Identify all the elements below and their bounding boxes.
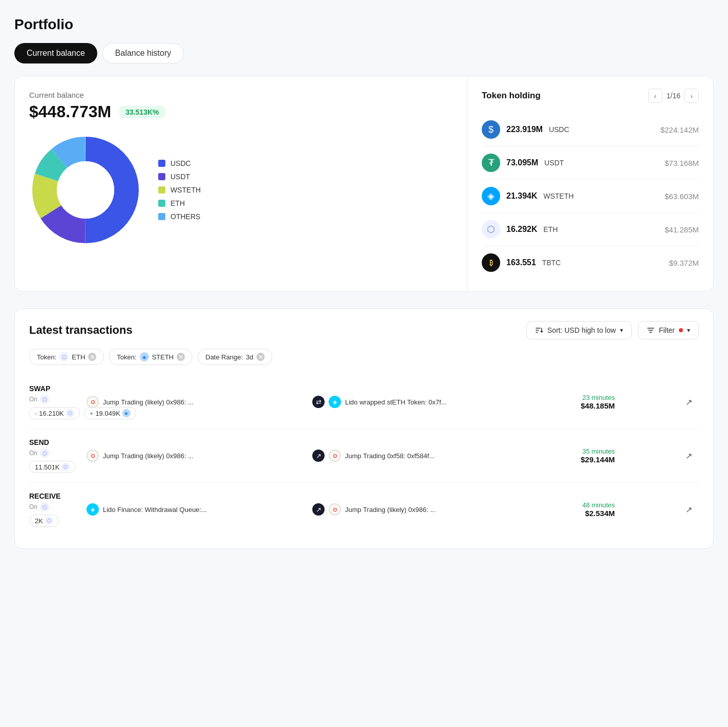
token-row-tbtc: ₿ 163.551 TBTC $9.372M	[482, 246, 699, 279]
sort-icon	[535, 326, 543, 334]
tx-row-receive: RECEIVE On ⬡ 2K ⬡ ◈ Lido Finance: Withdr…	[29, 483, 699, 536]
filter-active-dot	[679, 328, 683, 332]
sort-label: Sort: USD high to low	[547, 326, 616, 334]
tx-link-receive[interactable]: ↗	[678, 505, 699, 515]
token-panel-header: Token holding ‹ 1/16 ›	[482, 89, 699, 103]
jump-from-icon-send: ⊙	[87, 450, 99, 462]
filter-button[interactable]: Filter ▾	[638, 321, 699, 339]
wsteth-symbol: WSTETH	[544, 192, 574, 200]
tbtc-amount: 163.551	[506, 258, 536, 267]
usdc-symbol: USDC	[549, 125, 569, 134]
tx-from-send: ⊙ Jump Trading (likely) 0x986: ...	[87, 450, 306, 462]
tx-time-send: 35 minutes	[538, 447, 615, 455]
tx-usd-send: $29.144M	[538, 455, 615, 464]
legend-label-usdc: USDC	[170, 159, 191, 167]
steth-amount-icon-1: ◈	[122, 409, 131, 417]
tx-type-col-receive: RECEIVE On ⬡ 2K ⬡	[29, 492, 80, 527]
tab-row: Current balance Balance history	[14, 43, 714, 63]
top-panels: Current balance $448.773M 33.513K%	[14, 76, 714, 292]
transactions-section: Latest transactions Sort: USD high to lo…	[14, 308, 714, 549]
tx-from-swap: ⊙ Jump Trading (likely) 0x986: ...	[87, 396, 306, 408]
tx-link-send[interactable]: ↗	[678, 451, 699, 461]
tx-to-address-swap: Lido wrapped stETH Token: 0x7f...	[345, 398, 446, 406]
tx-amounts-send: 11.501K ⬡	[29, 461, 80, 473]
sort-button[interactable]: Sort: USD high to low ▾	[526, 321, 632, 339]
sort-chevron-icon: ▾	[620, 327, 623, 334]
filter-tag-eth: Token: ⬡ ETH ✕	[29, 349, 104, 365]
tx-from-address-receive: Lido Finance: Withdrawal Queue:...	[103, 506, 207, 514]
usdt-symbol: USDT	[544, 159, 564, 167]
wsteth-usd: $63.603M	[665, 192, 699, 201]
filter-tag-steth-value: STETH	[152, 353, 174, 361]
tx-amount-receive: 2K ⬡	[29, 515, 59, 527]
tx-time-receive: 48 minutes	[538, 501, 615, 509]
token-row-eth: ⬡ 16.292K ETH $41.285M	[482, 213, 699, 246]
legend-item-usdt: USDT	[158, 173, 201, 181]
tx-amount-in-swap: + 19.049K ◈	[84, 407, 136, 419]
prev-page-button[interactable]: ‹	[648, 89, 662, 103]
tab-current-balance[interactable]: Current balance	[14, 43, 97, 63]
filter-tag-eth-value: ETH	[72, 353, 85, 361]
steth-filter-icon: ◈	[140, 352, 149, 361]
tx-link-swap[interactable]: ↗	[678, 397, 699, 407]
wsteth-amount: 21.394K	[506, 191, 538, 201]
pagination: ‹ 1/16 ›	[648, 89, 699, 103]
filter-icon	[647, 326, 655, 334]
tx-to-address-receive: Jump Trading (likely) 0x986: ...	[345, 506, 436, 514]
usdt-amount: 73.095M	[506, 158, 538, 167]
receive-mid-icon: ↗	[312, 503, 325, 516]
tx-to-swap: ⇄ ◈ Lido wrapped stETH Token: 0x7f...	[312, 396, 532, 408]
tx-from-address-send: Jump Trading (likely) 0x986: ...	[103, 452, 194, 460]
legend-item-others: OTHERS	[158, 212, 201, 221]
filter-tag-date-label: Date Range:	[205, 353, 243, 361]
legend-label-eth: ETH	[170, 199, 185, 207]
tx-from-address-swap: Jump Trading (likely) 0x986: ...	[103, 398, 194, 406]
tab-balance-history[interactable]: Balance history	[102, 43, 184, 63]
page-title: Portfolio	[14, 16, 714, 33]
tx-row-send: SEND On ⬡ 11.501K ⬡ ⊙ Jump Trading (like…	[29, 429, 699, 483]
tx-type-swap: SWAP	[29, 384, 80, 393]
legend-label-usdt: USDT	[170, 173, 190, 181]
tx-on-swap: On ⬡	[29, 395, 80, 404]
next-page-button[interactable]: ›	[684, 89, 699, 103]
eth-usd: $41.285M	[665, 225, 699, 234]
balance-badge: 33.513K%	[119, 106, 165, 118]
tx-header: Latest transactions Sort: USD high to lo…	[29, 321, 699, 339]
usdc-icon: $	[482, 120, 500, 139]
tx-from-receive: ◈ Lido Finance: Withdrawal Queue:...	[87, 503, 306, 516]
tx-amount-send: 11.501K ⬡	[29, 461, 75, 473]
jump-from-icon-swap: ⊙	[87, 396, 99, 408]
eth-network-icon-receive: ⬡	[40, 502, 49, 511]
filter-tag-steth: Token: ◈ STETH ✕	[109, 349, 192, 365]
svg-point-5	[57, 161, 114, 219]
remove-date-filter-button[interactable]: ✕	[256, 353, 265, 361]
remove-eth-filter-button[interactable]: ✕	[88, 353, 96, 361]
filter-label: Filter	[659, 326, 675, 334]
usdt-usd: $73.168M	[665, 159, 699, 167]
page-number: 1/16	[667, 92, 680, 100]
tx-to-address-send: Jump Trading 0xf58: 0xf584f...	[345, 452, 435, 460]
eth-amount: 16.292K	[506, 225, 538, 234]
eth-network-icon-swap: ⬡	[40, 395, 49, 404]
usdt-icon: ₮	[482, 154, 500, 172]
tx-on-label-swap: On	[29, 396, 37, 403]
filter-tag-steth-label: Token:	[117, 353, 136, 361]
jump-to-icon-receive: ⊙	[329, 503, 341, 516]
tx-type-receive: RECEIVE	[29, 492, 80, 500]
tx-on-label-send: On	[29, 450, 37, 457]
tx-usd-swap: $48.185M	[538, 401, 615, 410]
usdc-usd: $224.142M	[660, 125, 699, 134]
balance-label: Current balance	[29, 91, 451, 99]
token-row-usdt: ₮ 73.095M USDT $73.168M	[482, 146, 699, 180]
remove-steth-filter-button[interactable]: ✕	[177, 353, 185, 361]
legend-label-wsteth: WSTETH	[170, 186, 201, 194]
eth-amount-icon-receive: ⬡	[45, 517, 53, 525]
token-row-wsteth: ◈ 21.394K WSTETH $63.603M	[482, 180, 699, 213]
tx-usd-receive: $2.534M	[538, 509, 615, 518]
eth-amount-icon-1: ⬡	[66, 409, 74, 417]
send-mid-icon: ↗	[312, 450, 325, 462]
eth-network-icon-send: ⬡	[40, 448, 49, 458]
legend: USDC USDT WSTETH ETH	[158, 159, 201, 221]
swap-mid-icon: ⇄	[312, 396, 325, 408]
tbtc-usd: $9.372M	[669, 259, 699, 267]
